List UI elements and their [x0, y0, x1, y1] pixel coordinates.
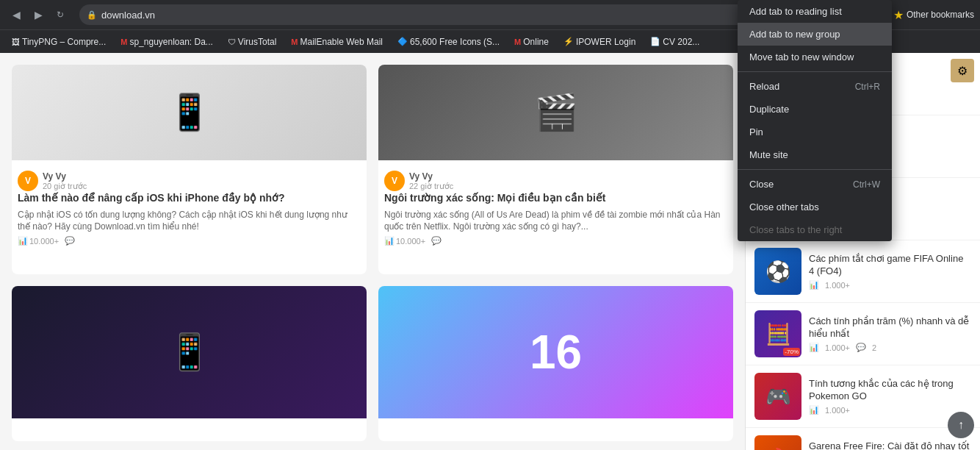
sidebar-item-6[interactable]: 🎮 Tính tương khắc của các hệ trong Pokem…	[746, 365, 980, 428]
online-label: Online	[523, 37, 549, 47]
menu-reload-label: Reload	[749, 81, 779, 92]
scroll-up-icon: ↑	[958, 418, 964, 432]
icons-label: 65,600 Free Icons (S...	[410, 37, 500, 47]
menu-move-window-label: Move tab to new window	[749, 51, 854, 63]
bookmark-star-icon: ★	[893, 8, 904, 22]
cv-label: CV 202...	[663, 37, 699, 47]
sidebar-thumb-icon-5: 🧮	[765, 322, 791, 346]
bookmark-icons[interactable]: 🔷 65,600 Free Icons (S...	[392, 35, 505, 49]
author-name-2: Vy Vy	[409, 171, 453, 182]
article-desc-2: Ngôi trường xác sống (All of Us Are Dead…	[384, 209, 727, 234]
sidebar-item-7[interactable]: 🔥 Garena Free Fire: Cài đặt độ nhay tốt …	[746, 428, 980, 450]
article-grid: 📱 V Vy Vy 20 giờ trước Làm thế nào để nâ…	[0, 53, 745, 450]
sidebar-thumb-6: 🎮	[754, 373, 801, 420]
bookmark-cv[interactable]: 📄 CV 202...	[644, 35, 705, 49]
gear-icon: ⚙	[957, 64, 968, 78]
avatar-2: V	[384, 171, 405, 191]
reload-button[interactable]: ↻	[50, 4, 71, 25]
views-icon-6: 📊	[809, 405, 819, 415]
article-thumb-4: 16	[378, 286, 733, 418]
author-name-1: Vy Vy	[43, 171, 87, 182]
article-thumb-3: 📱	[12, 286, 367, 418]
online-icon: M	[514, 38, 521, 46]
bookmark-sp[interactable]: M sp_nguyenloan: Da...	[115, 35, 219, 49]
sidebar-title-4: Các phím tắt chơi game FIFA Online 4 (FO…	[809, 253, 971, 278]
sidebar-stats-4: 📊 1.000+	[809, 280, 971, 290]
mail-label: MailEnable Web Mail	[300, 37, 383, 47]
menu-add-reading-list[interactable]: Add tab to reading list	[738, 0, 892, 23]
bookmark-mail[interactable]: M MailEnable Web Mail	[285, 35, 389, 49]
address-bar[interactable]: 🔒 download.vn	[79, 4, 819, 25]
comment-icon-2: 💬	[431, 236, 442, 246]
comment-stat-2: 💬	[431, 236, 442, 246]
tinypng-icon: 🖼	[12, 38, 20, 46]
article-thumb-1: 📱	[12, 65, 367, 160]
bookmark-online[interactable]: M Online	[508, 35, 555, 49]
menu-duplicate[interactable]: Duplicate	[738, 98, 892, 121]
sidebar-item-5[interactable]: 🧮 -70% Cách tính phần trăm (%) nhanh và …	[746, 303, 980, 365]
sidebar-thumb-7: 🔥	[754, 435, 801, 450]
mail-icon: M	[291, 38, 298, 46]
sidebar-info-6: Tính tương khắc của các hệ trong Pokemon…	[809, 378, 971, 415]
article-card-1[interactable]: 📱 V Vy Vy 20 giờ trước Làm thế nào để nâ…	[12, 65, 367, 274]
menu-close-shortcut: Ctrl+W	[853, 179, 880, 190]
virustotal-label: VirusTotal	[238, 37, 276, 47]
menu-mute[interactable]: Mute site	[738, 143, 892, 166]
article-body-2: V Vy Vy 22 giờ trước Ngôi trường xác sốn…	[378, 160, 733, 251]
menu-close[interactable]: Close Ctrl+W	[738, 173, 892, 196]
menu-close-right: Close tabs to the right	[738, 218, 892, 241]
article-stats-2: 📊 10.000+ 💬	[384, 236, 727, 246]
views-icon-4: 📊	[809, 280, 819, 290]
sidebar-thumb-icon-6: 🎮	[765, 385, 791, 409]
bookmark-virustotal[interactable]: 🛡 VirusTotal	[222, 35, 282, 49]
menu-pin-label: Pin	[749, 126, 763, 138]
bar-chart-icon-1: 📊	[18, 236, 28, 246]
other-bookmarks-area: ★ Other bookmarks	[887, 8, 974, 22]
sp-label: sp_nguyenloan: Da...	[129, 37, 212, 47]
back-button[interactable]: ◀	[6, 4, 26, 25]
menu-new-group-label: Add tab to new group	[749, 29, 840, 40]
context-menu: Add tab to reading list Add tab to new g…	[738, 0, 892, 241]
article-title-2: Ngôi trường xác sống: Mọi điều bạn cần b…	[384, 191, 727, 206]
bar-chart-icon-2: 📊	[384, 236, 394, 246]
discount-badge-5: -70%	[783, 348, 800, 356]
menu-reading-list-label: Add tab to reading list	[749, 6, 842, 17]
menu-close-other[interactable]: Close other tabs	[738, 196, 892, 218]
sidebar-stats-6: 📊 1.000+	[809, 405, 971, 415]
menu-move-new-window[interactable]: Move tab to new window	[738, 46, 892, 68]
forward-button[interactable]: ▶	[28, 4, 48, 25]
article-card-4[interactable]: 16	[378, 286, 733, 441]
icons-icon: 🔷	[397, 37, 408, 46]
sidebar-info-5: Cách tính phần trăm (%) nhanh và dễ hiểu…	[809, 315, 971, 353]
scroll-to-top-button[interactable]: ↑	[948, 412, 974, 438]
article-card-3[interactable]: 📱	[12, 286, 367, 441]
article-stats-1: 📊 10.000+ 💬	[18, 236, 361, 246]
article-desc-1: Cập nhật iOS có tốn dung lượng không? Cá…	[18, 209, 361, 234]
lock-icon: 🔒	[87, 10, 97, 20]
cv-icon: 📄	[650, 37, 660, 46]
sidebar-thumb-icon-4: ⚽	[765, 260, 791, 284]
menu-separator-1	[738, 71, 892, 72]
other-bookmarks-label: Other bookmarks	[907, 10, 974, 20]
menu-close-label: Close	[749, 179, 774, 190]
menu-duplicate-label: Duplicate	[749, 104, 789, 115]
views-count-2: 10.000+	[396, 237, 425, 246]
menu-separator-2	[738, 169, 892, 170]
article-thumb-icon-2: 🎬	[534, 92, 578, 133]
article-card-2[interactable]: 🎬 V Vy Vy 22 giờ trước Ngôi trường xác s…	[378, 65, 733, 274]
article-body-1: V Vy Vy 20 giờ trước Làm thế nào để nâng…	[12, 160, 367, 251]
author-time-1: 20 giờ trước	[43, 182, 87, 191]
views-stat-2: 📊 10.000+	[384, 236, 425, 246]
settings-button[interactable]: ⚙	[951, 59, 974, 82]
article-thumb-2: 🎬	[378, 65, 733, 160]
bookmark-ipower[interactable]: ⚡ IPOWER Login	[558, 35, 641, 49]
sidebar-thumb-icon-7: 🔥	[765, 447, 791, 451]
menu-add-new-group[interactable]: Add tab to new group	[738, 23, 892, 46]
sidebar-item-4[interactable]: ⚽ Các phím tắt chơi game FIFA Online 4 (…	[746, 240, 980, 303]
ipower-icon: ⚡	[563, 37, 574, 46]
main-content: 📱 V Vy Vy 20 giờ trước Làm thế nào để nâ…	[0, 53, 980, 450]
sidebar-stats-5: 📊 1.000+ 💬 2	[809, 343, 971, 352]
menu-reload[interactable]: Reload Ctrl+R	[738, 75, 892, 98]
menu-pin[interactable]: Pin	[738, 121, 892, 143]
bookmark-tinypng[interactable]: 🖼 TinyPNG – Compre...	[6, 35, 112, 49]
